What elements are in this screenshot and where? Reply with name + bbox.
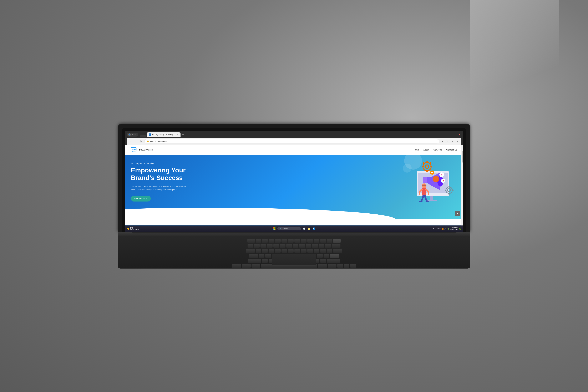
nav-home[interactable]: Home [413, 148, 419, 151]
scrollbar-thumb[interactable] [462, 151, 463, 162]
key-enter [330, 254, 339, 258]
forward-button[interactable]: → [134, 139, 138, 143]
key-t [282, 249, 287, 253]
win-tile-green [274, 228, 276, 228]
svg-rect-29 [445, 190, 446, 191]
svg-point-2 [133, 149, 134, 150]
search-placeholder: Search [282, 228, 288, 230]
back-button[interactable]: ← [128, 139, 132, 143]
keyboard-row-2 [126, 244, 462, 248]
key-alt-l [252, 264, 260, 268]
taskbar-edge-icon[interactable] [312, 227, 316, 230]
tray-cloud-icon[interactable]: ☁ [435, 228, 436, 230]
touchpad[interactable] [272, 254, 316, 266]
windows-logo-icon [273, 228, 276, 230]
key-0 [312, 244, 318, 248]
reader-mode-button[interactable]: ⊞ [440, 139, 444, 143]
nav-about[interactable]: About [423, 148, 429, 151]
key-ctrl-r [328, 264, 336, 268]
notification-icon[interactable]: 🌿 [459, 228, 461, 230]
wifi-icon[interactable]: 📶 [442, 228, 444, 230]
scroll-to-top-button[interactable]: ▲ [455, 211, 460, 216]
tab-favicon: B [149, 134, 151, 136]
language-indicator[interactable]: ENG [437, 228, 441, 230]
win-tile-blue [273, 229, 274, 230]
key-minus [319, 244, 324, 248]
keyboard-row-1 [126, 239, 462, 243]
taskbar-cloud-icon[interactable]: ☁️ [302, 227, 306, 230]
key-f10 [314, 239, 320, 243]
address-bar[interactable]: 🔒 https://buzzify.agency [144, 139, 439, 144]
svg-rect-28 [448, 193, 450, 194]
laptop-hinge [132, 232, 456, 234]
key-f12 [327, 239, 332, 243]
screen-bezel: 👤 Guest B Buzzif [122, 128, 466, 232]
key-arrow-right [350, 264, 356, 268]
key-6 [286, 244, 292, 248]
more-button[interactable]: ⋯ [456, 139, 460, 143]
tab-title: Buzzify Agency - Buzz Beyond B... [152, 134, 176, 136]
battery-icon[interactable]: 🔋 [447, 228, 449, 230]
logo-brand: Buzzify [138, 148, 148, 151]
tab-bar: B Buzzify Agency - Buzz Beyond B... ✕ + [140, 132, 446, 137]
tray-expand-icon[interactable]: ∧ [433, 228, 434, 230]
hero-left-content: Buzz Beyond Boundaries Empowering Your B… [131, 162, 190, 202]
svg-point-10 [432, 176, 439, 182]
taskbar-center: 🔍 Search ☁️ 📁 [272, 227, 316, 231]
taskbar-search[interactable]: 🔍 Search [278, 227, 301, 230]
taskbar-folder-icon[interactable]: 📁 [307, 227, 311, 230]
svg-point-18 [425, 165, 429, 168]
weather-desc: Mostly sunny [130, 229, 138, 230]
tab-close-button[interactable]: ✕ [177, 134, 178, 136]
learn-more-button[interactable]: Learn More ↓ [131, 196, 151, 202]
weather-icon: ☀️ [127, 228, 129, 230]
key-e [268, 249, 274, 253]
key-y [288, 249, 294, 253]
key-a [259, 254, 264, 258]
site-bottom-white [125, 219, 463, 225]
key-capslock [249, 254, 258, 258]
hero-illustration: ❤ 📍 [408, 156, 461, 207]
key-arrow-left [337, 264, 343, 268]
taskbar-datetime[interactable]: 10:23 AM 8/23/2024 [450, 226, 458, 231]
reload-button[interactable]: ↻ [139, 139, 143, 143]
key-arrow-up [344, 264, 350, 268]
laptop-body: 👤 Guest B Buzzif [118, 124, 470, 268]
new-tab-button[interactable]: + [181, 132, 185, 137]
svg-point-34 [426, 201, 429, 202]
key-backspace [332, 244, 340, 248]
svg-point-1 [132, 149, 133, 150]
logo-sub: media [148, 149, 153, 151]
svg-rect-8 [422, 177, 427, 183]
close-button[interactable]: ✕ [458, 133, 461, 136]
svg-rect-27 [448, 186, 450, 188]
hero-section: Buzz Beyond Boundaries Empowering Your B… [125, 155, 463, 219]
key-3 [267, 244, 272, 248]
extensions-button[interactable]: ⋮ [450, 139, 454, 143]
key-slash [320, 259, 326, 263]
key-z [262, 259, 268, 263]
key-esc [248, 239, 255, 243]
volume-icon[interactable]: 🔊 [444, 228, 446, 230]
browser-scrollbar[interactable] [461, 145, 463, 226]
laptop-keyboard-area [118, 236, 470, 268]
key-2 [260, 244, 266, 248]
nav-contact[interactable]: Contact Us [446, 148, 457, 151]
minimize-button[interactable]: — [448, 133, 452, 136]
security-lock-icon: 🔒 [147, 140, 149, 142]
start-button[interactable] [272, 227, 276, 231]
nav-services[interactable]: Services [433, 148, 442, 151]
svg-point-17 [423, 162, 431, 171]
bookmark-button[interactable]: ☆ [446, 139, 450, 143]
key-i [301, 249, 306, 253]
svg-rect-21 [422, 166, 424, 168]
browser-tab-empty[interactable] [140, 135, 146, 137]
svg-rect-19 [426, 162, 428, 164]
website-content: Buzzifymedia Home About Services Contact… [125, 145, 463, 226]
key-equals [325, 244, 331, 248]
key-semicolon [317, 254, 323, 258]
maximize-button[interactable]: ❐ [453, 133, 456, 136]
window-controls: — ❐ ✕ [448, 133, 461, 136]
browser-tab-active[interactable]: B Buzzify Agency - Buzz Beyond B... ✕ [147, 132, 180, 137]
key-quote [324, 254, 329, 258]
